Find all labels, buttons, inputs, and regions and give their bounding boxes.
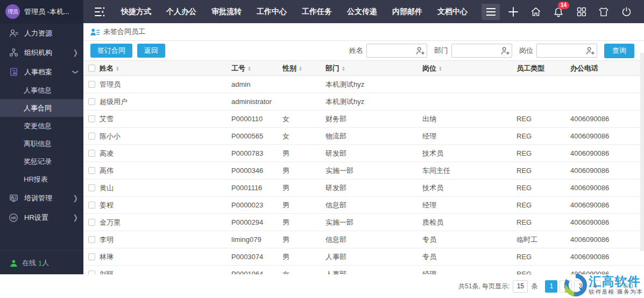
row-checkbox[interactable] [88, 202, 95, 209]
chevron-right-icon: ❯ [73, 48, 78, 57]
cell: 4006090086 [570, 253, 644, 261]
row-checkbox[interactable] [88, 184, 95, 191]
cell: 4006090086 [570, 149, 644, 157]
person-add-icon[interactable] [585, 46, 595, 58]
sidebar-subitem-8[interactable]: HR报表 [0, 170, 83, 188]
table-row[interactable]: 管理员admin本机测试hyz [83, 76, 644, 93]
table-row[interactable]: 高伟P0000346男实施一部车间主任REG4006090086 [83, 162, 644, 179]
row-checkbox-cell [83, 167, 100, 174]
sort-icon[interactable]: ▲▼ [438, 66, 442, 71]
row-checkbox[interactable] [88, 167, 95, 174]
cell: 实施一部 [325, 166, 422, 176]
topnav-item-0[interactable]: 快捷方式 [114, 0, 159, 23]
table-row[interactable]: 刘丽P0001064女人事部经理REG4006090086 [83, 266, 644, 275]
more-menu-icon[interactable] [482, 4, 500, 20]
cell: REG [516, 167, 570, 175]
sidebar-subitem-3[interactable]: 人事信息 [0, 81, 83, 99]
cell: 高伟 [100, 166, 231, 176]
query-button[interactable]: 查询 [604, 44, 634, 58]
filter-label: 岗位 [519, 46, 533, 56]
sidebar-subitem-4[interactable]: 人事合同 [0, 99, 83, 117]
sign-contract-button[interactable]: 签订合同 [90, 44, 132, 58]
cell: 男 [282, 149, 325, 158]
table-row[interactable]: 李明liming079男信息部专员临时工4006090086 [83, 231, 644, 248]
column-header-2[interactable]: 性别▲▼ [282, 64, 325, 73]
page-button-2[interactable]: 2 [560, 280, 572, 293]
column-header-1[interactable]: 工号▲▼ [231, 64, 282, 73]
topnav-item-1[interactable]: 个人办公 [159, 0, 204, 23]
sidebar-item-2[interactable]: 人事档案❯ [0, 62, 83, 81]
cell: 本机测试hyz [325, 97, 422, 107]
sidebar-item-label: 培训管理 [24, 193, 73, 203]
row-checkbox[interactable] [88, 219, 95, 226]
row-checkbox[interactable] [88, 98, 95, 105]
person-add-icon[interactable] [415, 46, 425, 58]
column-header-0[interactable]: 姓名▲▼ [100, 64, 231, 73]
home-icon[interactable] [528, 4, 544, 20]
table-header: 姓名▲▼工号▲▼性别▲▼部门▲▼岗位▲▼员工类型办公电话 [83, 60, 644, 76]
row-checkbox[interactable] [88, 236, 95, 243]
go-page-button[interactable]: GO [620, 280, 636, 293]
table-row[interactable]: 高凌P0000783男研发部技术员REG4006090086 [83, 145, 644, 162]
cell: REG [516, 132, 570, 140]
column-header-4[interactable]: 岗位▲▼ [422, 64, 516, 73]
topnav-item-6[interactable]: 内部邮件 [385, 0, 430, 23]
back-button[interactable]: 返回 [137, 44, 165, 58]
row-checkbox[interactable] [88, 81, 95, 88]
table-row[interactable]: 黄山P0001116男研发部技术员REG4006090086 [83, 179, 644, 197]
sidebar-item-9[interactable]: 培训管理❯ [0, 188, 83, 207]
table-row[interactable]: 金万里P0000294男实施一部质检员REG4006090086 [83, 214, 644, 231]
sort-icon[interactable]: ▲▼ [342, 66, 345, 71]
page-button-1[interactable]: 1 [545, 280, 557, 293]
apps-grid-icon[interactable] [573, 4, 589, 20]
next-page-button[interactable]: › [604, 280, 617, 293]
power-logout-icon[interactable] [618, 4, 634, 20]
topnav-item-3[interactable]: 工作中心 [249, 0, 294, 23]
person-add-icon[interactable] [500, 46, 510, 58]
page-button-4[interactable]: 4 [589, 280, 601, 293]
avatar[interactable]: 理员 [5, 4, 20, 19]
sidebar-item-10[interactable]: HRHR设置❯ [0, 207, 83, 227]
table-row[interactable]: 林琳P0003074男人事部专员REG4006090086 [83, 248, 644, 266]
sidebar-subitem-6[interactable]: 离职信息 [0, 135, 83, 153]
table-row[interactable]: 艾雪P0000110女财务部出纳REG4006090086 [83, 110, 644, 128]
column-label: 办公电话 [570, 64, 598, 73]
topnav-item-2[interactable]: 审批流转 [204, 0, 249, 23]
table-row[interactable]: 陈小小P0000565女物流部经理REG4006090086 [83, 128, 644, 145]
sidebar-collapse-icon[interactable] [93, 6, 106, 18]
row-checkbox[interactable] [88, 133, 95, 140]
page-button-3[interactable]: 3 [574, 280, 586, 293]
row-checkbox[interactable] [88, 115, 95, 122]
sort-icon[interactable]: ▲▼ [116, 66, 119, 71]
topnav-item-4[interactable]: 工作任务 [294, 0, 339, 23]
row-checkbox[interactable] [88, 150, 95, 157]
topnav-item-7[interactable]: 文档中心 [430, 0, 475, 23]
vertical-scrollbar[interactable] [640, 53, 644, 251]
sidebar-subitem-7[interactable]: 奖惩记录 [0, 153, 83, 170]
chevron-right-icon: ❯ [73, 194, 78, 203]
cell: 车间主任 [422, 166, 516, 176]
column-label: 性别 [282, 64, 296, 73]
current-user[interactable]: 理员 管理员 -本机... [0, 0, 83, 23]
column-header-3[interactable]: 部门▲▼ [325, 64, 422, 73]
filter-label: 部门 [434, 46, 448, 56]
cell: 研发部 [325, 149, 422, 158]
sidebar-item-0[interactable]: 人力资源 [0, 23, 83, 43]
plus-icon[interactable] [505, 4, 521, 20]
table-row[interactable]: 超级用户administrator本机测试hyz [83, 93, 644, 110]
topnav-item-5[interactable]: 公文传递 [339, 0, 385, 23]
sort-icon[interactable]: ▲▼ [247, 66, 251, 71]
notifications-bell-icon[interactable]: 14 [550, 4, 567, 20]
cell: 女 [282, 114, 325, 124]
row-checkbox-cell [83, 98, 100, 105]
theme-shirt-icon[interactable] [596, 4, 612, 20]
table-row[interactable]: 姜程P0000023男信息部经理REG4006090086 [83, 197, 644, 214]
row-checkbox[interactable] [88, 253, 95, 260]
page-size-input[interactable] [513, 280, 528, 293]
sidebar-item-1[interactable]: 组织机构❯ [0, 43, 83, 62]
cell: P0000294 [231, 218, 282, 226]
sort-icon[interactable]: ▲▼ [299, 66, 302, 71]
chevron-down-icon: ❯ [72, 70, 79, 74]
select-all-checkbox[interactable] [88, 65, 95, 72]
sidebar-subitem-5[interactable]: 变更信息 [0, 117, 83, 135]
